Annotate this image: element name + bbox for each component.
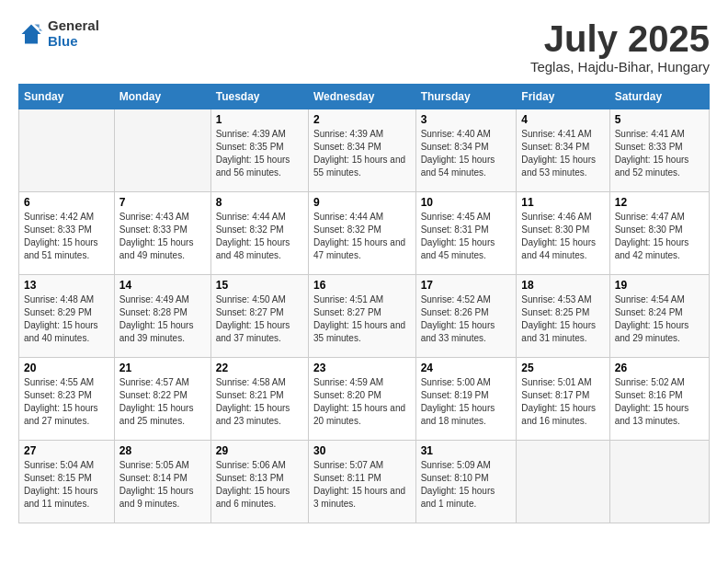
calendar-cell: 31Sunrise: 5:09 AMSunset: 8:10 PMDayligh… <box>415 441 517 523</box>
calendar-cell <box>114 109 210 192</box>
calendar-cell: 14Sunrise: 4:49 AMSunset: 8:28 PMDayligh… <box>114 275 210 358</box>
day-detail: Sunrise: 5:04 AMSunset: 8:15 PMDaylight:… <box>24 459 109 511</box>
day-detail: Sunrise: 5:06 AMSunset: 8:13 PMDaylight:… <box>216 459 303 511</box>
column-header-tuesday: Tuesday <box>210 85 308 109</box>
calendar-cell: 4Sunrise: 4:41 AMSunset: 8:34 PMDaylight… <box>517 109 609 192</box>
day-number: 28 <box>119 444 206 457</box>
day-detail: Sunrise: 4:41 AMSunset: 8:33 PMDaylight:… <box>615 128 704 179</box>
day-detail: Sunrise: 4:48 AMSunset: 8:29 PMDaylight:… <box>24 293 109 345</box>
logo-text: General Blue <box>48 18 99 49</box>
day-detail: Sunrise: 4:57 AMSunset: 8:22 PMDaylight:… <box>119 376 206 428</box>
calendar-cell: 13Sunrise: 4:48 AMSunset: 8:29 PMDayligh… <box>19 275 115 358</box>
day-detail: Sunrise: 4:43 AMSunset: 8:33 PMDaylight:… <box>119 211 206 262</box>
calendar-cell: 21Sunrise: 4:57 AMSunset: 8:22 PMDayligh… <box>114 358 210 441</box>
column-header-thursday: Thursday <box>415 85 517 109</box>
day-detail: Sunrise: 4:39 AMSunset: 8:34 PMDaylight:… <box>313 128 411 179</box>
calendar-week-row: 6Sunrise: 4:42 AMSunset: 8:33 PMDaylight… <box>19 192 710 275</box>
day-detail: Sunrise: 4:58 AMSunset: 8:21 PMDaylight:… <box>216 376 303 428</box>
calendar-cell: 12Sunrise: 4:47 AMSunset: 8:30 PMDayligh… <box>609 192 709 275</box>
calendar-cell: 9Sunrise: 4:44 AMSunset: 8:32 PMDaylight… <box>308 192 415 275</box>
calendar-week-row: 1Sunrise: 4:39 AMSunset: 8:35 PMDaylight… <box>19 109 710 192</box>
page-header: General Blue July 2025 Teglas, Hajdu-Bih… <box>18 18 710 75</box>
calendar-cell: 27Sunrise: 5:04 AMSunset: 8:15 PMDayligh… <box>19 441 115 523</box>
day-detail: Sunrise: 4:45 AMSunset: 8:31 PMDaylight:… <box>421 211 512 262</box>
calendar-cell: 26Sunrise: 5:02 AMSunset: 8:16 PMDayligh… <box>609 358 709 441</box>
month-title: July 2025 <box>530 18 710 59</box>
day-number: 10 <box>421 196 512 209</box>
day-detail: Sunrise: 5:07 AMSunset: 8:11 PMDaylight:… <box>313 459 411 511</box>
calendar-cell: 16Sunrise: 4:51 AMSunset: 8:27 PMDayligh… <box>308 275 415 358</box>
calendar-cell: 24Sunrise: 5:00 AMSunset: 8:19 PMDayligh… <box>415 358 517 441</box>
day-detail: Sunrise: 4:41 AMSunset: 8:34 PMDaylight:… <box>521 128 604 179</box>
calendar-cell: 10Sunrise: 4:45 AMSunset: 8:31 PMDayligh… <box>415 192 517 275</box>
day-number: 18 <box>521 279 604 292</box>
day-number: 8 <box>216 196 303 209</box>
calendar-cell: 1Sunrise: 4:39 AMSunset: 8:35 PMDaylight… <box>210 109 308 192</box>
logo: General Blue <box>18 18 99 49</box>
calendar-cell: 7Sunrise: 4:43 AMSunset: 8:33 PMDaylight… <box>114 192 210 275</box>
calendar-cell: 30Sunrise: 5:07 AMSunset: 8:11 PMDayligh… <box>308 441 415 523</box>
day-detail: Sunrise: 4:40 AMSunset: 8:34 PMDaylight:… <box>421 128 512 179</box>
day-number: 20 <box>24 362 109 374</box>
calendar-cell <box>517 441 609 523</box>
day-number: 26 <box>615 362 704 374</box>
day-number: 19 <box>615 279 704 292</box>
day-number: 5 <box>615 113 704 126</box>
calendar-cell <box>609 441 709 523</box>
day-number: 14 <box>119 279 206 292</box>
day-detail: Sunrise: 4:49 AMSunset: 8:28 PMDaylight:… <box>119 293 206 345</box>
day-number: 4 <box>521 113 604 126</box>
calendar-cell: 5Sunrise: 4:41 AMSunset: 8:33 PMDaylight… <box>609 109 709 192</box>
calendar-header-row: SundayMondayTuesdayWednesdayThursdayFrid… <box>19 85 710 109</box>
calendar-cell <box>19 109 115 192</box>
column-header-sunday: Sunday <box>19 85 115 109</box>
day-number: 31 <box>421 444 512 457</box>
calendar-cell: 28Sunrise: 5:05 AMSunset: 8:14 PMDayligh… <box>114 441 210 523</box>
day-number: 30 <box>313 444 411 457</box>
day-number: 7 <box>119 196 206 209</box>
day-detail: Sunrise: 4:54 AMSunset: 8:24 PMDaylight:… <box>615 293 704 345</box>
day-number: 9 <box>313 196 411 209</box>
day-detail: Sunrise: 5:09 AMSunset: 8:10 PMDaylight:… <box>421 459 512 511</box>
column-header-saturday: Saturday <box>609 85 709 109</box>
calendar-table: SundayMondayTuesdayWednesdayThursdayFrid… <box>18 84 710 523</box>
day-number: 15 <box>216 279 303 292</box>
day-number: 3 <box>421 113 512 126</box>
calendar-cell: 3Sunrise: 4:40 AMSunset: 8:34 PMDaylight… <box>415 109 517 192</box>
calendar-cell: 2Sunrise: 4:39 AMSunset: 8:34 PMDaylight… <box>308 109 415 192</box>
day-number: 11 <box>521 196 604 209</box>
calendar-cell: 23Sunrise: 4:59 AMSunset: 8:20 PMDayligh… <box>308 358 415 441</box>
calendar-cell: 11Sunrise: 4:46 AMSunset: 8:30 PMDayligh… <box>517 192 609 275</box>
day-detail: Sunrise: 4:59 AMSunset: 8:20 PMDaylight:… <box>313 376 411 428</box>
day-number: 29 <box>216 444 303 457</box>
day-number: 22 <box>216 362 303 374</box>
day-number: 27 <box>24 444 109 457</box>
day-detail: Sunrise: 4:46 AMSunset: 8:30 PMDaylight:… <box>521 211 604 262</box>
day-detail: Sunrise: 5:05 AMSunset: 8:14 PMDaylight:… <box>119 459 206 511</box>
title-area: July 2025 Teglas, Hajdu-Bihar, Hungary <box>530 18 710 75</box>
day-detail: Sunrise: 4:47 AMSunset: 8:30 PMDaylight:… <box>615 211 704 262</box>
column-header-monday: Monday <box>114 85 210 109</box>
day-number: 1 <box>216 113 303 126</box>
day-number: 6 <box>24 196 109 209</box>
column-header-wednesday: Wednesday <box>308 85 415 109</box>
day-detail: Sunrise: 5:00 AMSunset: 8:19 PMDaylight:… <box>421 376 512 428</box>
day-detail: Sunrise: 4:44 AMSunset: 8:32 PMDaylight:… <box>216 211 303 262</box>
calendar-cell: 29Sunrise: 5:06 AMSunset: 8:13 PMDayligh… <box>210 441 308 523</box>
day-number: 21 <box>119 362 206 374</box>
calendar-cell: 6Sunrise: 4:42 AMSunset: 8:33 PMDaylight… <box>19 192 115 275</box>
logo-icon <box>18 21 44 47</box>
day-detail: Sunrise: 5:02 AMSunset: 8:16 PMDaylight:… <box>615 376 704 428</box>
calendar-cell: 18Sunrise: 4:53 AMSunset: 8:25 PMDayligh… <box>517 275 609 358</box>
day-detail: Sunrise: 4:52 AMSunset: 8:26 PMDaylight:… <box>421 293 512 345</box>
calendar-cell: 15Sunrise: 4:50 AMSunset: 8:27 PMDayligh… <box>210 275 308 358</box>
day-number: 17 <box>421 279 512 292</box>
day-detail: Sunrise: 4:51 AMSunset: 8:27 PMDaylight:… <box>313 293 411 345</box>
calendar-week-row: 20Sunrise: 4:55 AMSunset: 8:23 PMDayligh… <box>19 358 710 441</box>
calendar-cell: 22Sunrise: 4:58 AMSunset: 8:21 PMDayligh… <box>210 358 308 441</box>
day-number: 25 <box>521 362 604 374</box>
day-detail: Sunrise: 4:44 AMSunset: 8:32 PMDaylight:… <box>313 211 411 262</box>
day-detail: Sunrise: 5:01 AMSunset: 8:17 PMDaylight:… <box>521 376 604 428</box>
day-number: 16 <box>313 279 411 292</box>
day-number: 12 <box>615 196 704 209</box>
